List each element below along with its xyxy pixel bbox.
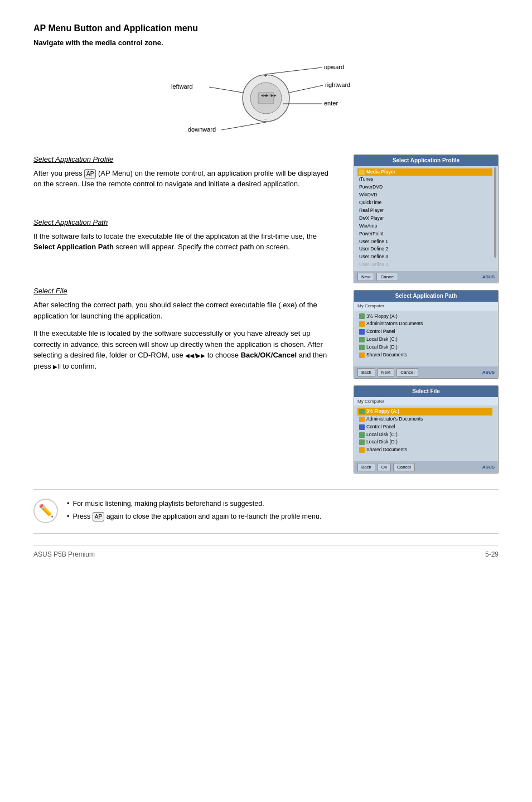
- list-item: QuickTime: [357, 199, 492, 207]
- play-pause-icon: ▶II: [53, 363, 61, 371]
- profile-text: After you press AP (AP Menu) on the remo…: [33, 168, 337, 190]
- svg-text:rightward: rightward: [325, 81, 350, 88]
- item-icon: [359, 329, 365, 335]
- path-screenshot: Select Application Path My Computer 3½ F…: [354, 290, 499, 378]
- list-item: iTunes: [357, 176, 492, 183]
- note-bullet: •: [67, 499, 69, 509]
- ap-menu-icon: AP: [84, 169, 96, 178]
- svg-text:leftward: leftward: [171, 83, 193, 90]
- note-item-1: • For music listening, making playlists …: [67, 499, 499, 509]
- file-heading: Select File: [33, 286, 337, 296]
- ok-button: Ok: [378, 463, 391, 471]
- note-text-2: Press AP again to close the application …: [72, 511, 321, 522]
- svg-text:▶▶: ▶▶: [271, 94, 277, 97]
- file-text2: If the executable file is located by the…: [33, 328, 337, 371]
- item-icon: [359, 170, 365, 175]
- list-item: Shared Documents: [357, 351, 492, 359]
- list-item: DivX Player: [357, 215, 492, 223]
- svg-line-10: [289, 85, 323, 93]
- list-item: 3½ Floppy (A:): [357, 313, 492, 321]
- svg-line-8: [266, 67, 322, 74]
- path-text: If the software fails to locate the exec…: [33, 231, 337, 253]
- notes-section: ✏️ • For music listening, making playlis…: [33, 489, 499, 534]
- list-item: PowerDVD: [357, 183, 492, 191]
- scrollbar: [494, 167, 496, 258]
- file-screenshot-path: My Computer: [354, 397, 498, 405]
- note-bullet: •: [67, 511, 69, 522]
- list-item: Real Player: [357, 207, 492, 215]
- main-content: Select Application Profile After you pre…: [33, 154, 499, 474]
- item-icon: [359, 447, 365, 453]
- svg-text:−: −: [264, 115, 267, 122]
- file-text1: After selecting the correct path, you sh…: [33, 299, 337, 321]
- list-item: User Define 4: [357, 261, 492, 269]
- file-section: Select File After selecting the correct …: [33, 286, 337, 371]
- list-item: User Define 3: [357, 253, 492, 261]
- prev-icon: ◀◀: [185, 351, 194, 360]
- svg-line-16: [209, 87, 243, 93]
- screenshots-column: Select Application Profile Media Player …: [354, 154, 499, 474]
- item-icon: [359, 321, 365, 327]
- list-item: Local Disk (C:): [357, 336, 492, 344]
- svg-text:▶II: ▶II: [266, 94, 271, 97]
- item-icon: [359, 409, 365, 414]
- item-icon: [359, 439, 365, 445]
- path-screenshot-body: 3½ Floppy (A:) Administrator's Documents…: [354, 311, 498, 366]
- file-screenshot: Select File My Computer 3½ Floppy (A:) A…: [354, 385, 499, 474]
- ap-icon-inline: AP: [93, 512, 104, 521]
- profile-screenshot: Select Application Profile Media Player …: [354, 154, 499, 284]
- list-item: Local Disk (D:): [357, 438, 492, 446]
- list-item: PowerPoint: [357, 230, 492, 238]
- list-item: Administrator's Documents: [357, 320, 492, 328]
- footer-buttons: Next Cancel: [357, 273, 398, 281]
- footer-buttons: Back Ok Cancel: [357, 463, 415, 471]
- item-icon: [359, 313, 365, 319]
- next-button: Next: [378, 368, 394, 376]
- footer-page-number: 5-29: [485, 550, 499, 559]
- path-section: Select Application Path If the software …: [33, 218, 337, 253]
- list-item: Local Disk (C:): [357, 431, 492, 439]
- path-screenshot-footer: Back Next Cancel ASUS: [354, 366, 498, 378]
- profile-section: Select Application Profile After you pre…: [33, 154, 337, 190]
- item-icon: [359, 352, 365, 358]
- note-text-1: For music listening, making playlists be…: [72, 499, 264, 509]
- file-screenshot-title: Select File: [354, 386, 498, 397]
- path-heading: Select Application Path: [33, 218, 337, 228]
- cancel-button: Cancel: [376, 273, 398, 281]
- page-footer: ASUS P5B Premium 5-29: [33, 545, 499, 559]
- svg-text:enter: enter: [324, 100, 338, 107]
- profile-screenshot-body: Media Player iTunes PowerDVD WinDVD Quic…: [354, 166, 498, 272]
- note-item-2: • Press AP again to close the applicatio…: [67, 511, 499, 522]
- page-subtitle: Navigate with the media control zone.: [33, 38, 499, 48]
- back-button: Back: [357, 463, 375, 471]
- cancel-button: Cancel: [396, 368, 418, 376]
- footer-product: ASUS P5B Premium: [33, 550, 95, 559]
- path-screenshot-title: Select Application Path: [354, 291, 498, 302]
- asus-logo: ASUS: [482, 369, 495, 375]
- list-item: Control Panel: [357, 328, 492, 336]
- item-icon: [359, 337, 365, 342]
- note-content: • For music listening, making playlists …: [67, 499, 499, 524]
- list-item: Shared Documents: [357, 446, 492, 454]
- item-icon: [359, 424, 365, 430]
- svg-text:+: +: [264, 72, 267, 79]
- cancel-button: Cancel: [393, 463, 415, 471]
- path-screenshot-path: My Computer: [354, 302, 498, 310]
- file-screenshot-footer: Back Ok Cancel ASUS: [354, 461, 498, 473]
- profile-screenshot-footer: Next Cancel ASUS: [354, 271, 498, 283]
- profile-heading: Select Application Profile: [33, 154, 337, 165]
- svg-text:upward: upward: [324, 64, 344, 70]
- list-item: Control Panel: [357, 423, 492, 431]
- text-column: Select Application Profile After you pre…: [33, 154, 337, 474]
- item-icon: [359, 417, 365, 422]
- list-item: 3½ Floppy (A:): [357, 408, 492, 416]
- list-item: User Define 2: [357, 245, 492, 253]
- next-button: Next: [357, 273, 374, 281]
- page-title: AP Menu Button and Application menu: [33, 22, 499, 35]
- item-icon: [359, 432, 365, 438]
- profile-screenshot-title: Select Application Profile: [354, 155, 498, 166]
- svg-text:downward: downward: [188, 126, 216, 133]
- list-item: Local Disk (D:): [357, 344, 492, 351]
- back-button: Back: [357, 368, 375, 376]
- svg-line-14: [221, 122, 266, 130]
